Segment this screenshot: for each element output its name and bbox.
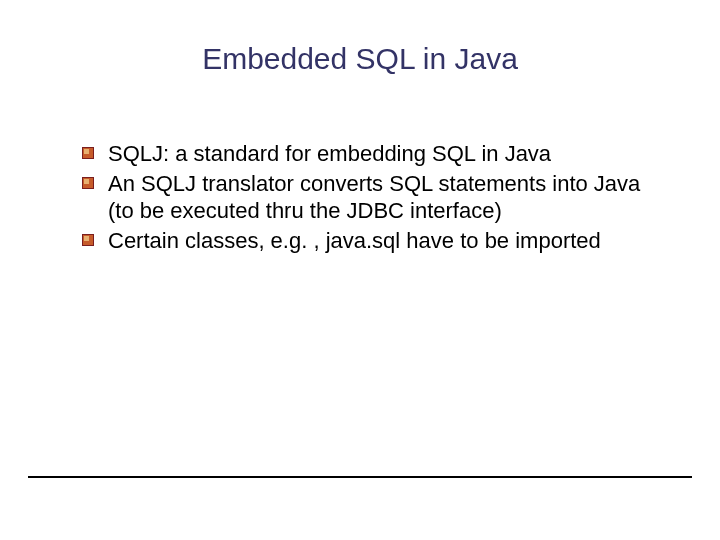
bullet-icon: [82, 147, 94, 159]
list-item: An SQLJ translator converts SQL statemen…: [82, 170, 660, 225]
bullet-icon: [82, 234, 94, 246]
bullet-text: Certain classes, e.g. , java.sql have to…: [108, 227, 660, 255]
svg-rect-8: [84, 236, 89, 241]
slide-title: Embedded SQL in Java: [0, 42, 720, 76]
bullet-icon: [82, 177, 94, 189]
slide: Embedded SQL in Java SQLJ: a standard fo…: [0, 0, 720, 540]
svg-rect-5: [84, 179, 89, 184]
list-item: Certain classes, e.g. , java.sql have to…: [82, 227, 660, 255]
list-item: SQLJ: a standard for embedding SQL in Ja…: [82, 140, 660, 168]
bullet-text: SQLJ: a standard for embedding SQL in Ja…: [108, 140, 660, 168]
footer-divider: [28, 476, 692, 478]
svg-rect-2: [84, 149, 89, 154]
bullet-text: An SQLJ translator converts SQL statemen…: [108, 170, 660, 225]
slide-body: SQLJ: a standard for embedding SQL in Ja…: [82, 140, 660, 256]
